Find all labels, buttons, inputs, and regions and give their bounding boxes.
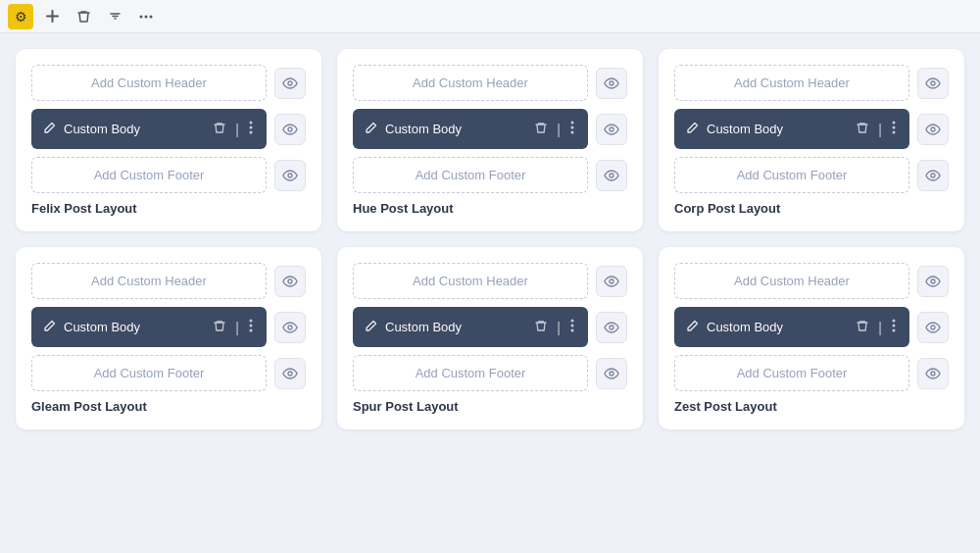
svg-point-33 [931,279,935,283]
body-trash-icon-corp[interactable] [855,120,870,139]
svg-point-18 [893,131,896,134]
add-custom-header-btn-spur[interactable]: Add Custom Header [353,263,588,299]
add-custom-footer-btn-felix[interactable]: Add Custom Footer [31,157,267,193]
body-section-hue: Custom Body | [353,109,627,149]
custom-body-btn-spur[interactable]: Custom Body | [353,307,588,347]
body-eye-btn-spur[interactable] [596,312,627,343]
add-custom-footer-btn-spur[interactable]: Add Custom Footer [353,355,588,391]
header-eye-btn-gleam[interactable] [274,266,306,297]
header-eye-btn-spur[interactable] [596,266,627,297]
svg-point-14 [610,174,613,177]
body-divider-corp: | [876,120,884,139]
body-more-icon-hue[interactable] [568,119,576,139]
header-eye-btn-felix[interactable] [274,68,306,99]
footer-eye-btn-spur[interactable] [596,358,627,389]
svg-point-0 [140,15,143,18]
add-custom-footer-btn-zest[interactable]: Add Custom Footer [674,355,909,391]
header-section-corp: Add Custom Header [674,65,949,101]
body-trash-icon-spur[interactable] [533,318,549,337]
body-eye-btn-hue[interactable] [596,114,627,145]
sort-icon[interactable] [102,4,127,29]
body-eye-btn-gleam[interactable] [274,312,306,343]
footer-section-hue: Add Custom Footer [353,157,627,193]
body-eye-btn-felix[interactable] [274,114,306,145]
header-eye-btn-corp[interactable] [917,68,949,99]
body-more-icon-spur[interactable] [568,317,576,337]
body-actions-spur: | [533,317,576,337]
body-divider-felix: | [233,120,241,139]
custom-body-btn-felix[interactable]: Custom Body | [31,109,267,149]
header-section-felix: Add Custom Header [31,65,306,101]
add-custom-footer-btn-gleam[interactable]: Add Custom Footer [31,355,267,391]
svg-point-30 [571,329,574,332]
plus-icon[interactable] [39,4,65,29]
svg-point-29 [571,325,574,327]
add-custom-header-btn-gleam[interactable]: Add Custom Header [31,263,267,299]
body-more-icon-zest[interactable] [890,317,898,337]
header-section-gleam: Add Custom Header [31,263,306,299]
body-trash-icon-gleam[interactable] [212,318,227,337]
custom-body-btn-corp[interactable]: Custom Body | [674,109,909,149]
body-more-icon-corp[interactable] [890,119,898,139]
more-icon[interactable] [133,4,159,29]
add-custom-footer-btn-corp[interactable]: Add Custom Footer [674,157,909,193]
body-actions-gleam: | [212,317,255,337]
body-eye-btn-zest[interactable] [917,312,949,343]
svg-point-31 [610,326,613,329]
svg-point-38 [931,372,935,376]
add-custom-header-btn-felix[interactable]: Add Custom Header [31,65,267,101]
footer-section-gleam: Add Custom Footer [31,355,306,391]
pencil-icon-corp [686,122,699,137]
svg-point-9 [610,81,613,85]
footer-eye-btn-hue[interactable] [596,160,627,191]
toolbar: ⚙ [0,0,980,33]
svg-point-13 [610,127,613,131]
card-name-label-corp: Corp Post Layout [674,201,949,216]
pencil-icon-hue [365,122,377,137]
body-more-icon-felix[interactable] [247,119,255,139]
body-actions-hue: | [533,119,576,139]
card-name-label-zest: Zest Post Layout [674,399,949,414]
pencil-icon-felix [43,122,56,137]
header-section-spur: Add Custom Header [353,263,627,299]
body-divider-gleam: | [233,318,241,337]
header-eye-btn-zest[interactable] [917,266,949,297]
add-custom-header-btn-corp[interactable]: Add Custom Header [674,65,909,101]
gear-icon[interactable]: ⚙ [8,4,33,29]
body-eye-btn-corp[interactable] [917,114,949,145]
trash-icon[interactable] [71,4,96,29]
svg-point-20 [931,174,935,177]
layout-card-gleam: Add Custom Header Custom Body [16,247,321,429]
body-trash-icon-hue[interactable] [533,120,549,139]
custom-body-btn-gleam[interactable]: Custom Body | [31,307,267,347]
body-section-corp: Custom Body | [674,109,949,149]
body-trash-icon-zest[interactable] [855,318,870,337]
layout-card-corp: Add Custom Header Custom Body [659,49,964,231]
footer-eye-btn-corp[interactable] [917,160,949,191]
footer-eye-btn-zest[interactable] [917,358,949,389]
pencil-icon-gleam [43,320,56,335]
custom-body-btn-zest[interactable]: Custom Body | [674,307,909,347]
card-name-label-spur: Spur Post Layout [353,399,627,414]
add-custom-footer-btn-hue[interactable]: Add Custom Footer [353,157,588,193]
footer-eye-btn-gleam[interactable] [274,358,306,389]
svg-point-5 [250,126,253,129]
body-divider-zest: | [876,318,884,337]
body-trash-icon-felix[interactable] [212,120,227,139]
header-eye-btn-hue[interactable] [596,68,627,99]
svg-point-24 [250,329,253,332]
footer-section-zest: Add Custom Footer [674,355,949,391]
add-custom-header-btn-hue[interactable]: Add Custom Header [353,65,588,101]
body-label-gleam: Custom Body [64,320,204,334]
body-more-icon-gleam[interactable] [247,317,255,337]
svg-point-17 [893,126,896,129]
add-custom-header-btn-zest[interactable]: Add Custom Header [674,263,909,299]
pencil-icon-zest [686,320,699,335]
svg-point-28 [571,320,574,323]
custom-body-btn-hue[interactable]: Custom Body | [353,109,588,149]
card-name-label-gleam: Gleam Post Layout [31,399,306,414]
footer-eye-btn-felix[interactable] [274,160,306,191]
card-name-label-hue: Hue Post Layout [353,201,627,216]
footer-section-spur: Add Custom Footer [353,355,627,391]
body-actions-felix: | [212,119,255,139]
